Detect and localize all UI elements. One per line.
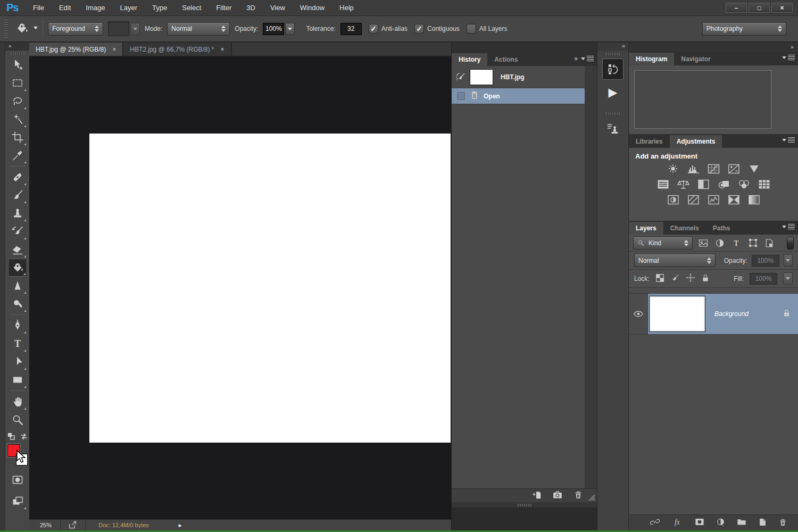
- menu-3d[interactable]: 3D: [239, 4, 263, 12]
- contiguous-checkbox[interactable]: ✓: [414, 24, 424, 34]
- close-icon[interactable]: ×: [221, 46, 225, 53]
- tool-dodge[interactable]: [8, 295, 27, 313]
- tolerance-input[interactable]: 32: [340, 23, 362, 35]
- lock-position-icon[interactable]: [686, 273, 695, 284]
- fill-value[interactable]: 100%: [750, 273, 777, 285]
- screen-mode-button[interactable]: [8, 492, 27, 510]
- filter-smart-object-icon[interactable]: [763, 238, 775, 248]
- fill-source-dropdown[interactable]: Foreground: [48, 22, 103, 36]
- layer-row-background[interactable]: Background: [629, 293, 798, 335]
- lock-transparent-icon[interactable]: [655, 273, 664, 284]
- dock-clone-source-button[interactable]: [602, 118, 624, 139]
- levels-icon[interactable]: [686, 163, 701, 174]
- panel-menu-icon[interactable]: [782, 137, 795, 144]
- tool-eraser[interactable]: [8, 240, 27, 259]
- delete-layer-icon[interactable]: [778, 518, 787, 528]
- lock-all-icon[interactable]: [701, 273, 710, 284]
- panel-collapse-icon[interactable]: »: [574, 55, 577, 62]
- layer-style-icon[interactable]: fx: [671, 518, 683, 528]
- filter-type-layer-icon[interactable]: T: [730, 238, 742, 248]
- options-bar-grip[interactable]: [4, 20, 8, 38]
- threshold-icon[interactable]: [706, 194, 721, 205]
- selective-color-icon[interactable]: [727, 194, 741, 205]
- layer-name[interactable]: Background: [714, 310, 749, 318]
- tool-magic-wand[interactable]: [8, 110, 27, 128]
- new-group-icon[interactable]: [736, 518, 747, 528]
- tool-path-selection[interactable]: [8, 353, 27, 371]
- menu-window[interactable]: Window: [293, 4, 332, 12]
- kind-filter-dropdown[interactable]: Kind: [633, 237, 693, 250]
- menu-type[interactable]: Type: [145, 4, 174, 12]
- layers-opacity-caret-icon[interactable]: [784, 254, 793, 267]
- tool-zoom[interactable]: [8, 411, 27, 429]
- hue-saturation-icon[interactable]: [656, 179, 670, 190]
- invert-icon[interactable]: [666, 194, 680, 205]
- document-tab-hbt[interactable]: HBT.jpg @ 25% (RGB/8) ×: [29, 43, 123, 56]
- tool-sharpen[interactable]: [8, 277, 27, 295]
- tool-crop[interactable]: [8, 128, 27, 146]
- anti-alias-checkbox[interactable]: ✓: [369, 24, 378, 34]
- tool-pen[interactable]: [8, 317, 27, 335]
- menu-view[interactable]: View: [263, 4, 293, 12]
- tool-spot-healing-brush[interactable]: [8, 168, 27, 186]
- panel-menu-icon[interactable]: [782, 54, 795, 61]
- vibrance-icon[interactable]: [747, 163, 761, 174]
- menu-filter[interactable]: Filter: [209, 4, 239, 12]
- tab-channels[interactable]: Channels: [663, 222, 706, 235]
- dock-grip[interactable]: [606, 112, 620, 115]
- dock-grip[interactable]: [606, 53, 620, 55]
- black-white-icon[interactable]: [696, 179, 711, 190]
- new-layer-icon[interactable]: [758, 518, 767, 528]
- panel-menu-icon[interactable]: [581, 55, 594, 62]
- dock-actions-button[interactable]: ▶: [602, 82, 624, 103]
- history-source-checkbox[interactable]: [452, 92, 470, 100]
- new-snapshot-icon[interactable]: [552, 490, 563, 501]
- color-lookup-icon[interactable]: [757, 179, 771, 190]
- channel-mixer-icon[interactable]: [737, 179, 751, 190]
- menu-layer[interactable]: Layer: [113, 4, 145, 12]
- menu-select[interactable]: Select: [174, 4, 209, 12]
- photo-filter-icon[interactable]: [717, 179, 731, 190]
- link-layers-icon[interactable]: [650, 518, 660, 528]
- tab-actions[interactable]: Actions: [487, 53, 525, 66]
- tool-eyedropper[interactable]: [8, 146, 27, 164]
- tab-histogram[interactable]: Histogram: [629, 53, 674, 65]
- tool-history-brush[interactable]: [8, 222, 27, 240]
- document-canvas[interactable]: [89, 134, 451, 443]
- tool-rectangle[interactable]: [8, 371, 27, 389]
- history-brush-source-icon[interactable]: [452, 72, 470, 82]
- minimize-button[interactable]: –: [726, 3, 747, 13]
- history-panel-header[interactable]: [452, 43, 597, 52]
- filter-adjustment-layer-icon[interactable]: [714, 238, 726, 248]
- tool-horizontal-type[interactable]: T: [8, 335, 27, 353]
- mode-dropdown[interactable]: Normal: [167, 22, 230, 36]
- layer-visibility-cell[interactable]: [629, 294, 648, 334]
- opacity-caret-icon[interactable]: [285, 23, 295, 35]
- menu-image[interactable]: Image: [78, 4, 112, 12]
- menu-help[interactable]: Help: [332, 4, 361, 12]
- tool-brush[interactable]: [8, 186, 27, 204]
- history-snapshot-row[interactable]: HBT.jpg: [452, 66, 585, 88]
- dock-history-button[interactable]: [602, 59, 624, 80]
- close-button[interactable]: ×: [771, 3, 793, 13]
- paint-bucket-tool-icon[interactable]: [15, 21, 29, 37]
- delete-state-icon[interactable]: [573, 490, 583, 501]
- brightness-contrast-icon[interactable]: [666, 163, 680, 174]
- default-colors-icon[interactable]: [7, 432, 15, 442]
- tab-history[interactable]: History: [452, 53, 487, 66]
- maximize-button[interactable]: □: [749, 3, 770, 13]
- share-export-icon[interactable]: [61, 520, 86, 530]
- status-zoom-field[interactable]: 25%: [29, 520, 61, 530]
- exposure-icon[interactable]: [727, 163, 741, 174]
- filter-pixel-layer-icon[interactable]: [697, 239, 709, 247]
- lock-paint-icon[interactable]: [670, 273, 680, 284]
- blend-mode-dropdown[interactable]: Normal: [634, 254, 716, 267]
- history-state-open[interactable]: Open: [452, 88, 585, 104]
- add-mask-icon[interactable]: [694, 518, 705, 528]
- tab-navigator[interactable]: Navigator: [674, 53, 717, 65]
- tool-lasso[interactable]: [8, 92, 27, 110]
- status-flyout-icon[interactable]: ►: [162, 522, 183, 528]
- menu-edit[interactable]: Edit: [52, 4, 78, 12]
- panel-menu-icon[interactable]: [782, 223, 795, 230]
- gradient-map-icon[interactable]: [747, 194, 761, 205]
